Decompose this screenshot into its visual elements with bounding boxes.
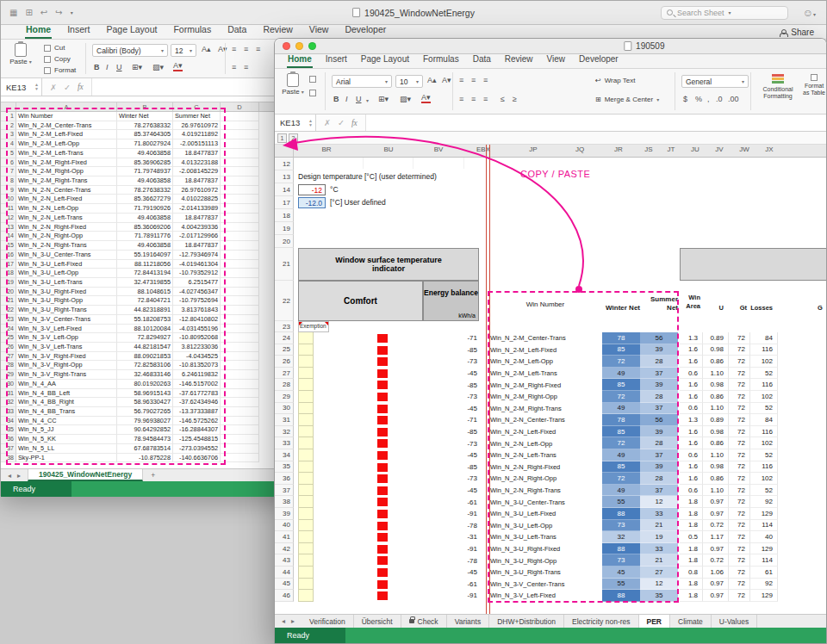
u-value-cell[interactable]: 0.97: [703, 508, 729, 520]
column-header-b[interactable]: B: [117, 102, 173, 111]
win-area-cell[interactable]: 1.8: [680, 554, 703, 567]
cell[interactable]: Win_N_2-M_Right-Opp: [16, 167, 117, 176]
losses-cell[interactable]: 129: [750, 543, 778, 555]
cell[interactable]: [221, 454, 259, 463]
losses-cell[interactable]: 52: [750, 485, 778, 497]
ribbon-tab-view[interactable]: View: [546, 53, 567, 68]
comfort-flag[interactable]: [377, 463, 388, 472]
column-header-d[interactable]: D: [221, 102, 259, 111]
losses-cell[interactable]: 40: [750, 531, 778, 543]
outdent-icon[interactable]: ≡: [244, 63, 247, 71]
cell[interactable]: 18.8477837: [173, 176, 221, 186]
exemption-input-cell[interactable]: [298, 379, 314, 391]
gt-cell[interactable]: 72: [729, 508, 750, 520]
losses-cell[interactable]: 61: [750, 567, 778, 579]
winter-net-cell[interactable]: 88: [602, 590, 640, 602]
percent-button[interactable]: %: [695, 95, 702, 103]
cell[interactable]: 80.01920263: [117, 380, 173, 389]
decrease-decimal-button[interactable]: .0: [716, 95, 723, 103]
comfort-flag[interactable]: [377, 510, 388, 518]
ribbon-tab-home[interactable]: Home: [287, 53, 313, 68]
indent-icon[interactable]: ≡: [232, 63, 235, 71]
summer-net-cell[interactable]: 21: [640, 520, 678, 532]
energy-value-cell[interactable]: -71: [421, 332, 477, 344]
cell[interactable]: [221, 296, 259, 306]
row-number[interactable]: 27: [1, 352, 16, 362]
cell[interactable]: Win_N_3-U_Left-Trans: [16, 278, 117, 288]
comfort-flag[interactable]: [377, 381, 388, 389]
energy-value-cell[interactable]: -91: [421, 543, 477, 555]
row-number[interactable]: 9: [1, 186, 16, 195]
fill-color-button[interactable]: ▨▾: [400, 95, 411, 103]
win-number-cell[interactable]: Win_N_3-V_Left-Fixed: [490, 590, 600, 602]
sheet-nav-arrows[interactable]: ◂▸: [1, 469, 28, 481]
cell[interactable]: [221, 425, 259, 435]
gt-cell[interactable]: 72: [729, 391, 750, 403]
cell[interactable]: [221, 444, 259, 454]
exemption-input-cell[interactable]: [298, 590, 314, 602]
u-value-cell[interactable]: 0.97: [703, 579, 729, 591]
gt-cell[interactable]: 72: [729, 520, 750, 532]
u-value-cell[interactable]: 1.17: [703, 531, 729, 543]
cell[interactable]: 49.4063858: [117, 241, 173, 251]
exemption-input-cell[interactable]: [298, 356, 314, 368]
losses-cell[interactable]: 102: [750, 473, 778, 485]
winter-net-cell[interactable]: 32: [602, 531, 640, 543]
u-value-cell[interactable]: 0.98: [703, 379, 729, 391]
cell[interactable]: -2.008145229: [173, 167, 221, 176]
column-header-ju[interactable]: JU: [691, 146, 700, 153]
win-number-cell[interactable]: Win_N_3-U_Left-Opp: [490, 520, 600, 532]
losses-cell[interactable]: 116: [750, 461, 778, 474]
exemption-input-cell[interactable]: [298, 579, 314, 591]
summer-net-cell[interactable]: 39: [640, 379, 678, 391]
row-number[interactable]: 17: [275, 196, 294, 209]
cell[interactable]: 49.4063858: [117, 176, 173, 186]
row-number[interactable]: 23: [275, 321, 294, 332]
losses-cell[interactable]: 129: [750, 508, 778, 520]
energy-value-cell[interactable]: -78: [421, 554, 477, 567]
exemption-input-cell[interactable]: [298, 508, 314, 520]
row-number[interactable]: 17: [1, 260, 16, 269]
row-number[interactable]: 19: [275, 222, 294, 235]
u-value-cell[interactable]: 0.86: [703, 437, 729, 449]
exemption-input-cell[interactable]: [298, 567, 314, 579]
cell[interactable]: Win_N_3-U_Left-Fixed: [16, 260, 117, 269]
cancel-icon[interactable]: ✗: [50, 83, 57, 92]
row-number[interactable]: 11: [1, 204, 16, 214]
cell[interactable]: Win_N_5_JJ: [16, 425, 117, 435]
cell[interactable]: -140.6636706: [173, 454, 221, 463]
cell[interactable]: [221, 278, 259, 288]
u-value-cell[interactable]: 1.10: [703, 403, 729, 415]
cell[interactable]: [221, 333, 259, 343]
row-number[interactable]: 32: [1, 398, 16, 407]
summer-net-cell[interactable]: 56: [640, 414, 678, 426]
bold-button[interactable]: B: [333, 95, 339, 103]
comfort-flag[interactable]: [377, 474, 388, 483]
cell[interactable]: Win_N_3-U_Right-Trans: [16, 306, 117, 315]
row-number[interactable]: 29: [1, 370, 16, 380]
win-number-cell[interactable]: Win_N_2-N_Center-Trans: [490, 414, 600, 426]
underline-button[interactable]: U: [116, 63, 122, 71]
select-all-corner[interactable]: [275, 145, 294, 157]
energy-value-cell[interactable]: -45: [421, 403, 477, 415]
losses-cell[interactable]: 52: [750, 368, 778, 380]
cell[interactable]: 71.78911776: [117, 232, 173, 241]
cell[interactable]: 71.80027924: [117, 139, 173, 149]
summer-net-cell[interactable]: 33: [640, 508, 678, 520]
sheet-tab-dhw-distribution[interactable]: DHW+Distribution: [489, 615, 564, 628]
cell[interactable]: 26.97610972: [173, 121, 221, 131]
row-number[interactable]: 37: [1, 444, 16, 454]
redo-icon[interactable]: ↪: [55, 8, 62, 17]
sheet-tab-variants[interactable]: Variants: [447, 615, 490, 628]
winter-net-cell[interactable]: 72: [602, 473, 640, 485]
column-header-jt[interactable]: JT: [668, 146, 675, 153]
exemption-input-cell[interactable]: [298, 344, 314, 356]
align-right-icon[interactable]: ≡: [483, 95, 487, 103]
user-temp-cell[interactable]: -12.0: [298, 197, 326, 208]
row-number[interactable]: 18: [1, 269, 16, 278]
comfort-flag[interactable]: [377, 451, 388, 460]
column-header-jr[interactable]: JR: [614, 146, 623, 153]
win-area-cell[interactable]: 0.8: [680, 567, 703, 579]
minimize-button[interactable]: [295, 42, 303, 50]
winter-net-cell[interactable]: 78: [602, 414, 640, 426]
